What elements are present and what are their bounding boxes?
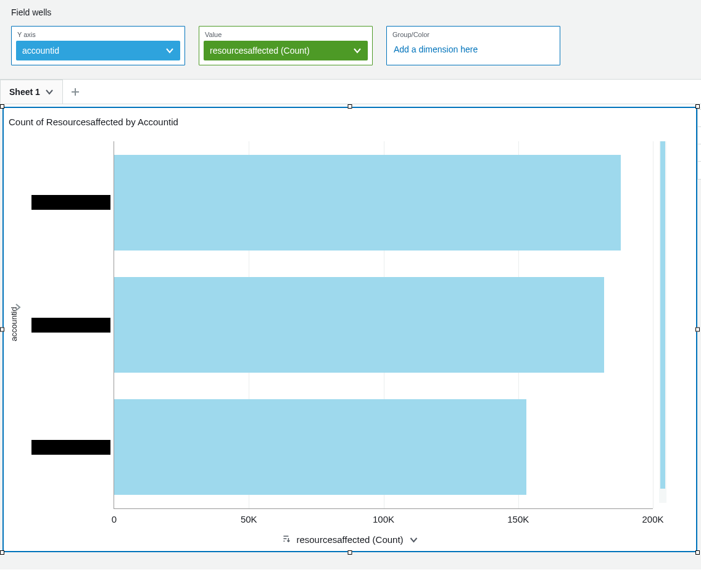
visual-selection-wrapper: Count of Resourcesaffected by Accountid …	[2, 107, 697, 552]
resize-handle[interactable]	[0, 550, 4, 555]
field-well-label: Value	[205, 31, 367, 38]
scrollbar-thumb[interactable]	[660, 141, 665, 489]
x-tick-label: 0	[112, 514, 117, 524]
resize-handle[interactable]	[348, 104, 352, 109]
chevron-right-icon	[14, 303, 22, 312]
gridline	[653, 141, 653, 508]
field-well-group-color[interactable]: Group/Color Add a dimension here	[386, 26, 560, 65]
bar[interactable]	[114, 277, 604, 373]
field-pill-accountid[interactable]: accountid	[16, 41, 180, 60]
bar-chart-visual[interactable]: Count of Resourcesaffected by Accountid …	[2, 107, 697, 552]
field-pill-text: accountid	[22, 46, 59, 56]
y-category-label-redacted	[31, 440, 110, 455]
resize-handle[interactable]	[695, 104, 700, 109]
bar[interactable]	[114, 155, 621, 251]
resize-handle[interactable]	[695, 550, 700, 555]
x-tick-label: 150K	[507, 514, 529, 524]
field-well-label: Group/Color	[392, 31, 554, 38]
y-category-label-redacted	[31, 318, 110, 333]
field-well-label: Y axis	[17, 31, 179, 38]
visual-more-button[interactable]	[698, 162, 701, 179]
canvas: Count of Resourcesaffected by Accountid …	[0, 107, 701, 569]
resize-handle[interactable]	[0, 104, 4, 109]
add-sheet-button[interactable]	[63, 87, 88, 97]
x-axis-title-group[interactable]: resourcesaffected (Count)	[281, 534, 418, 545]
field-wells-panel: Field wells Y axis accountid Value resou…	[0, 0, 701, 80]
tab-sheet-1[interactable]: Sheet 1	[0, 80, 63, 104]
resize-handle[interactable]	[695, 328, 700, 332]
chevron-down-icon[interactable]	[165, 46, 174, 55]
plus-icon	[70, 87, 80, 97]
x-tick-label: 50K	[241, 514, 257, 524]
chart-area: accountid 050K100K150K200K resourcesaffe…	[9, 136, 691, 546]
bar[interactable]	[114, 399, 526, 495]
sort-descending-icon[interactable]	[281, 534, 290, 545]
visual-toolbar	[697, 109, 701, 180]
expand-y-axis-icon[interactable]	[14, 303, 22, 314]
x-tick-label: 100K	[373, 514, 394, 524]
chart-vertical-scrollbar[interactable]	[659, 141, 666, 503]
field-pill-resourcesaffected[interactable]: resourcesaffected (Count)	[204, 41, 368, 60]
add-dimension-placeholder[interactable]: Add a dimension here	[391, 41, 555, 56]
chevron-down-icon[interactable]	[45, 88, 54, 96]
sheet-tabs: Sheet 1	[0, 80, 701, 104]
x-tick-label: 200K	[642, 514, 663, 524]
collapse-toolbar-button[interactable]	[698, 110, 701, 127]
field-well-y-axis[interactable]: Y axis accountid	[11, 26, 185, 65]
y-category-label-redacted	[31, 195, 110, 210]
resize-handle[interactable]	[348, 550, 352, 555]
field-wells-row: Y axis accountid Value resourcesaffected…	[11, 26, 690, 65]
tab-label: Sheet 1	[9, 87, 40, 97]
field-wells-title: Field wells	[11, 7, 690, 17]
plot-area: 050K100K150K200K	[114, 141, 653, 509]
field-pill-text: resourcesaffected (Count)	[210, 46, 310, 56]
visual-title: Count of Resourcesaffected by Accountid	[4, 108, 696, 131]
chevron-down-icon[interactable]	[410, 536, 418, 544]
visual-settings-button[interactable]	[698, 127, 701, 144]
field-well-value[interactable]: Value resourcesaffected (Count)	[199, 26, 373, 65]
x-axis-title: resourcesaffected (Count)	[296, 534, 403, 545]
chevron-down-icon[interactable]	[353, 46, 362, 55]
maximize-visual-button[interactable]	[698, 144, 701, 162]
resize-handle[interactable]	[0, 328, 4, 332]
